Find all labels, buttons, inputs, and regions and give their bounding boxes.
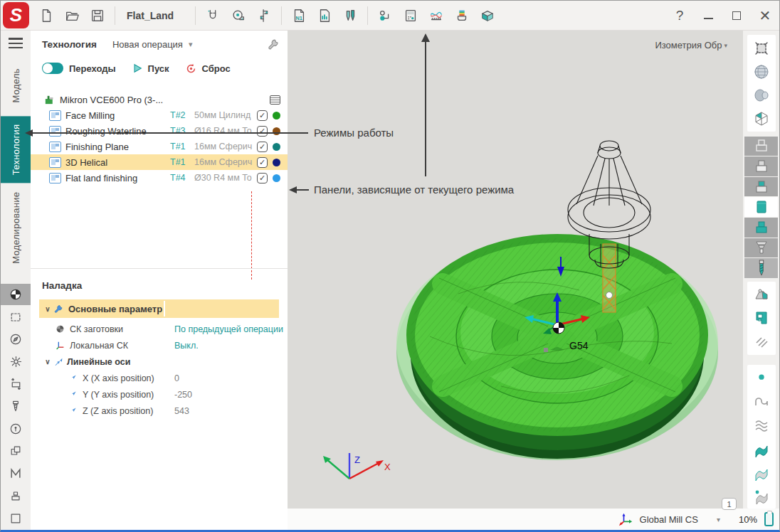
- minimize-button[interactable]: [694, 4, 722, 28]
- snap-button[interactable]: [200, 4, 226, 28]
- stock-setup-button[interactable]: [1, 373, 31, 395]
- operation-row-face-milling[interactable]: Face Milling T#2 50мм Цилинд: [31, 107, 288, 123]
- shaded-view-button[interactable]: [749, 60, 774, 83]
- tool-setup-button[interactable]: [1, 395, 31, 417]
- workpiece-cs-icon: [55, 324, 65, 334]
- stock-display-stock-button[interactable]: [744, 197, 778, 217]
- isometric-view-button[interactable]: [749, 107, 774, 130]
- analysis-display-button[interactable]: [749, 484, 774, 507]
- tool-wear-button[interactable]: [449, 4, 475, 28]
- cs-selector[interactable]: Global Mill CS: [640, 514, 720, 525]
- help-button[interactable]: ?: [665, 4, 694, 28]
- param-row-workpiece-cs[interactable]: СК заготовки По предыдущей операции: [31, 321, 288, 337]
- param-row-y-axis[interactable]: Y (Y axis position) -250: [31, 386, 288, 403]
- axis-arrow-icon: [68, 405, 78, 416]
- calculator-button[interactable]: [398, 4, 423, 28]
- curve-display-button[interactable]: [749, 390, 774, 413]
- tab-technology[interactable]: Технология: [1, 116, 31, 183]
- nc-program-button[interactable]: N1: [286, 4, 312, 28]
- tab-simulation[interactable]: Моделирование: [1, 183, 31, 272]
- machine-doc-icon[interactable]: [270, 95, 280, 105]
- param-row-x-axis[interactable]: X (X axis position) 0: [31, 370, 288, 386]
- main-menu-button[interactable]: [1, 31, 31, 55]
- macro-button[interactable]: [1, 463, 31, 484]
- new-operation-dropdown[interactable]: Новая операция: [112, 39, 193, 50]
- main-parameters-group[interactable]: ∨ Основные параметр: [39, 299, 279, 318]
- tool-stack-icon: [454, 8, 470, 23]
- measure-button[interactable]: [226, 4, 251, 28]
- tab-model[interactable]: Модель: [1, 55, 31, 116]
- open-file-button[interactable]: [59, 4, 85, 28]
- transitions-toggle[interactable]: Переходы: [42, 63, 116, 74]
- caliper-button[interactable]: [251, 4, 277, 28]
- operation-status-dot: [273, 174, 280, 182]
- operation-row-roughing-waterline[interactable]: Roughing Waterline T#3 Ø16 R4 мм То: [31, 123, 288, 139]
- viewport-3d[interactable]: G54 Z X Изометрия Обр: [288, 31, 743, 509]
- operation-row-finishing-plane[interactable]: Finishing Plane T#1 16мм Сферич: [31, 139, 288, 154]
- statistics-button[interactable]: [312, 4, 337, 28]
- operation-checkbox[interactable]: [257, 126, 268, 137]
- maximize-button[interactable]: [722, 4, 751, 28]
- layers-button[interactable]: [1, 440, 31, 462]
- fit-view-button[interactable]: [749, 36, 774, 60]
- run-button[interactable]: Пуск: [132, 63, 169, 74]
- stock-display-wireframe-button[interactable]: [744, 137, 778, 156]
- operation-checkbox[interactable]: [257, 173, 268, 183]
- workpiece-datum-button[interactable]: [1, 284, 31, 305]
- param-value[interactable]: -250: [174, 390, 192, 400]
- operation-status-dot: [273, 112, 280, 119]
- param-label: Y (Y axis position): [83, 390, 154, 400]
- stock-display-combined-button[interactable]: [744, 177, 778, 197]
- blank-mode-button[interactable]: [1, 508, 31, 529]
- stock-display-solid-button[interactable]: [744, 156, 778, 176]
- param-value[interactable]: 0: [174, 373, 179, 383]
- param-row-z-axis[interactable]: Z (Z axis position) 543: [31, 403, 288, 419]
- statusbar: Global Mill CS 10%: [288, 509, 779, 530]
- surface-display-button[interactable]: [749, 437, 774, 460]
- transitions-label: Переходы: [69, 63, 116, 74]
- operation-tool-desc: 50мм Цилинд: [194, 110, 257, 120]
- param-value[interactable]: 543: [174, 406, 189, 416]
- cs-marker-label: G54: [569, 340, 589, 351]
- view-selector[interactable]: Изометрия Обр: [655, 40, 727, 50]
- operation-checkbox[interactable]: [257, 110, 268, 121]
- operation-checkbox[interactable]: [257, 142, 268, 152]
- job-zone-button[interactable]: [1, 306, 31, 327]
- surface-gray-display-button[interactable]: [749, 460, 774, 484]
- linear-axes-group[interactable]: ∨ Линейные оси: [31, 353, 288, 370]
- reset-button[interactable]: Сброс: [185, 63, 231, 75]
- operation-checkbox[interactable]: [257, 157, 268, 168]
- stock-display-fixture-button[interactable]: [744, 238, 778, 258]
- simulation-button[interactable]: [475, 4, 500, 28]
- navigation-button[interactable]: [1, 329, 31, 350]
- operation-row-flat-land-finishing[interactable]: Flat land finishing T#4 Ø30 R4 мм То: [31, 170, 288, 186]
- param-row-local-cs[interactable]: Локальная СК Выкл.: [31, 337, 288, 353]
- new-file-button[interactable]: [33, 4, 59, 28]
- param-value[interactable]: По предыдущей операции: [174, 324, 283, 334]
- ribbed-part-icon: [753, 239, 770, 256]
- operation-row-3d-helical[interactable]: 3D Helical T#1 16мм Сферич: [31, 154, 288, 170]
- machine-row[interactable]: Mikron VCE600 Pro (3-...: [31, 92, 288, 107]
- operation-icon: [49, 173, 61, 183]
- stock-display-result-button[interactable]: [744, 218, 778, 238]
- wrench-icon[interactable]: [267, 38, 280, 51]
- minimize-icon: [704, 18, 713, 19]
- waves-display-button[interactable]: [749, 413, 774, 437]
- feeds-speeds-button[interactable]: [1, 418, 31, 440]
- close-icon: ✕: [759, 9, 771, 23]
- settings-button[interactable]: [1, 351, 31, 372]
- toolpath-display-button[interactable]: [749, 330, 774, 353]
- graphs-button[interactable]: [423, 4, 449, 28]
- save-button[interactable]: [85, 4, 110, 28]
- points-display-button[interactable]: [749, 366, 774, 390]
- machine-display-button[interactable]: [749, 307, 774, 330]
- param-value[interactable]: Выкл.: [174, 341, 199, 351]
- holder-display-button[interactable]: [749, 283, 774, 307]
- sequence-button[interactable]: [372, 4, 398, 28]
- press-button[interactable]: [1, 485, 31, 506]
- tools-library-button[interactable]: [337, 4, 363, 28]
- tool-display-button[interactable]: [744, 258, 778, 278]
- solid-view-button[interactable]: [749, 83, 774, 107]
- close-button[interactable]: ✕: [751, 4, 779, 28]
- annotation-line: [425, 41, 426, 176]
